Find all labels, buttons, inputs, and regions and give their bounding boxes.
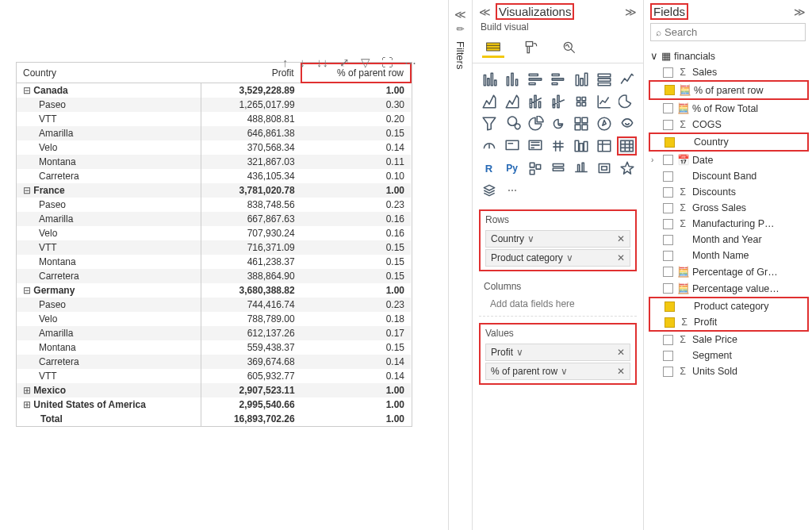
field-sale-price[interactable]: ΣSale Price	[649, 332, 809, 348]
viz-type-25[interactable]	[571, 136, 591, 156]
checkbox[interactable]	[663, 283, 673, 294]
viz-type-12[interactable]	[594, 92, 614, 111]
field-segment[interactable]: Segment	[649, 348, 809, 363]
columns-placeholder[interactable]: Add data fields here	[479, 295, 637, 317]
checkbox[interactable]	[665, 137, 675, 148]
drill-down-icon[interactable]: ↓	[300, 56, 306, 70]
table-group-row[interactable]: France3,781,020.781.00	[17, 183, 411, 198]
viz-type-29[interactable]: Py	[502, 159, 522, 178]
field-product-category[interactable]: Product category	[650, 298, 807, 314]
checkbox[interactable]	[663, 67, 673, 78]
checkbox[interactable]	[663, 187, 673, 198]
table-row[interactable]: Amarilla667,867.630.16	[17, 212, 411, 226]
field-discounts[interactable]: ΣDiscounts	[649, 184, 809, 200]
viz-type-0[interactable]	[479, 70, 499, 89]
chevron-down-icon[interactable]: ∨	[650, 50, 658, 62]
viz-type-32[interactable]	[571, 159, 591, 178]
checkbox[interactable]	[663, 367, 673, 377]
table-row[interactable]: Amarilla646,861.380.15	[17, 126, 411, 140]
expand-all-icon[interactable]: ⤢	[339, 56, 350, 70]
viz-type-1[interactable]	[502, 70, 522, 89]
table-group-row[interactable]: Mexico2,907,523.111.00	[17, 383, 411, 398]
pin-icon[interactable]: ✎	[448, 17, 472, 41]
viz-type-16[interactable]	[525, 114, 545, 133]
table-row[interactable]: Velo707,930.240.16	[17, 226, 411, 240]
expand-down-icon[interactable]: ↓↓	[316, 56, 328, 70]
checkbox[interactable]	[663, 103, 673, 113]
tab-analytics[interactable]	[558, 37, 580, 58]
remove-icon[interactable]: ✕	[617, 252, 625, 263]
field-percentage-of-gr-[interactable]: 🧮Percentage of Gr…	[649, 263, 809, 280]
chevron-down-icon[interactable]: ∨	[527, 233, 534, 244]
field-sales[interactable]: ΣSales	[649, 64, 809, 80]
table-row[interactable]: Montana321,867.030.11	[17, 155, 411, 169]
more-options-icon[interactable]: ⋯	[404, 56, 416, 70]
viz-type-7[interactable]	[479, 92, 499, 111]
viz-type-8[interactable]	[502, 92, 522, 111]
fields-search[interactable]: ⌕	[650, 23, 806, 41]
chevron-down-icon[interactable]: ∨	[561, 366, 568, 377]
viz-type-28[interactable]: R	[479, 159, 499, 178]
remove-icon[interactable]: ✕	[617, 233, 625, 244]
checkbox[interactable]	[665, 85, 675, 95]
viz-type-15[interactable]	[502, 114, 522, 133]
row-field-country[interactable]: Country∨✕	[485, 230, 630, 248]
table-row[interactable]: VTT716,371.090.15	[17, 240, 411, 255]
chevron-right-icon[interactable]: ›	[651, 156, 659, 164]
viz-type-19[interactable]	[594, 114, 614, 133]
viz-type-5[interactable]	[594, 70, 614, 89]
table-row[interactable]: Velo370,568.340.14	[17, 140, 411, 155]
checkbox[interactable]	[665, 317, 675, 328]
search-input[interactable]	[665, 26, 800, 38]
table-row[interactable]: VTT488,808.810.20	[17, 112, 411, 126]
table-financials[interactable]: ∨ ▦ financials	[649, 48, 809, 64]
expand-viz-icon[interactable]: ≫	[625, 6, 637, 18]
viz-type-10[interactable]	[548, 92, 568, 111]
checkbox[interactable]	[663, 171, 673, 182]
viz-type-21[interactable]	[479, 136, 499, 156]
viz-type-35[interactable]	[479, 181, 499, 200]
table-row[interactable]: Amarilla612,137.260.17	[17, 326, 411, 340]
col-header-country[interactable]: Country	[17, 63, 201, 83]
viz-type-27[interactable]	[617, 136, 637, 156]
viz-type-33[interactable]	[594, 159, 614, 178]
field-gross-sales[interactable]: ΣGross Sales	[649, 200, 809, 216]
viz-type-18[interactable]	[571, 114, 591, 133]
remove-icon[interactable]: ✕	[617, 366, 625, 377]
checkbox[interactable]	[663, 155, 673, 165]
matrix-visual[interactable]: Country Profit % of parent row Canada3,5…	[16, 62, 412, 427]
tab-format[interactable]	[520, 37, 542, 58]
table-row[interactable]: Carretera369,674.680.14	[17, 355, 411, 369]
table-row[interactable]: Velo788,789.000.18	[17, 312, 411, 326]
viz-type-2[interactable]	[525, 70, 545, 89]
expand-fields-icon[interactable]: ≫	[794, 6, 806, 18]
field-country[interactable]: Country	[649, 132, 809, 152]
viz-type-13[interactable]	[617, 92, 637, 111]
field-discount-band[interactable]: Discount Band	[649, 168, 809, 184]
checkbox[interactable]	[663, 235, 673, 245]
chevron-down-icon[interactable]: ∨	[566, 252, 573, 263]
table-row[interactable]: Carretera436,105.340.10	[17, 169, 411, 183]
row-field-product-category[interactable]: Product category∨✕	[485, 249, 630, 267]
table-row[interactable]: Paseo1,265,017.990.30	[17, 98, 411, 112]
value-field-profit[interactable]: Profit∨✕	[485, 344, 630, 361]
checkbox[interactable]	[663, 203, 673, 213]
table-row[interactable]: Montana461,238.370.15	[17, 255, 411, 269]
checkbox[interactable]	[663, 120, 673, 130]
checkbox[interactable]	[663, 351, 673, 361]
table-row[interactable]: Montana559,438.370.15	[17, 340, 411, 355]
viz-type-11[interactable]	[571, 92, 591, 111]
expand-filters-icon[interactable]: ≪	[449, 8, 472, 21]
viz-type-30[interactable]	[525, 159, 545, 178]
field-month-and-year[interactable]: Month and Year	[649, 232, 809, 248]
viz-type-4[interactable]	[571, 70, 591, 89]
table-row[interactable]: Carretera388,864.900.15	[17, 269, 411, 283]
checkbox[interactable]	[663, 335, 673, 345]
field-manufacturing-p-[interactable]: ΣManufacturing P…	[649, 216, 809, 232]
checkbox[interactable]	[663, 251, 673, 261]
filter-icon[interactable]: ▽	[361, 56, 370, 70]
checkbox[interactable]	[663, 219, 673, 229]
checkbox[interactable]	[663, 267, 673, 277]
chevron-down-icon[interactable]: ∨	[516, 347, 523, 358]
collapse-viz-icon[interactable]: ≪	[479, 6, 491, 18]
